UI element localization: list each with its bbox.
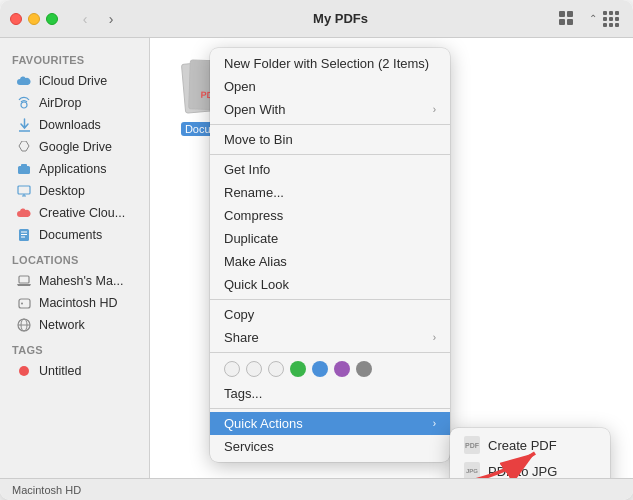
statusbar-text: Macintosh HD bbox=[12, 484, 81, 496]
traffic-lights bbox=[10, 13, 58, 25]
downloads-label: Downloads bbox=[39, 118, 101, 132]
close-button[interactable] bbox=[10, 13, 22, 25]
sidebar-item-google-drive[interactable]: Google Drive bbox=[4, 136, 145, 158]
content-area[interactable]: PDF Document New Folder with Selection (… bbox=[150, 38, 633, 478]
menu-item-get-info[interactable]: Get Info bbox=[210, 158, 450, 181]
window-title: My PDFs bbox=[128, 11, 553, 26]
menu-item-quick-look[interactable]: Quick Look bbox=[210, 273, 450, 296]
svg-rect-11 bbox=[609, 23, 613, 27]
google-drive-icon bbox=[16, 139, 32, 155]
menu-item-move-to-bin[interactable]: Move to Bin bbox=[210, 128, 450, 151]
menu-item-copy[interactable]: Copy bbox=[210, 303, 450, 326]
sidebar-item-icloud-drive[interactable]: iCloud Drive bbox=[4, 70, 145, 92]
menu-separator-1 bbox=[210, 124, 450, 125]
network-label: Network bbox=[39, 318, 85, 332]
menu-separator-3 bbox=[210, 299, 450, 300]
back-button[interactable]: ‹ bbox=[74, 8, 96, 30]
svg-rect-8 bbox=[609, 17, 613, 21]
desktop-icon bbox=[16, 183, 32, 199]
svg-rect-5 bbox=[609, 11, 613, 15]
finder-window: ‹ › My PDFs ⌃ bbox=[0, 0, 633, 500]
applications-label: Applications bbox=[39, 162, 106, 176]
svg-rect-0 bbox=[559, 11, 565, 17]
mahesh-label: Mahesh's Ma... bbox=[39, 274, 123, 288]
svg-rect-2 bbox=[559, 19, 565, 25]
toolbar-right: ⌃ bbox=[559, 11, 623, 27]
svg-point-13 bbox=[21, 102, 27, 108]
tag-dot-grey4[interactable] bbox=[356, 361, 372, 377]
icloud-drive-label: iCloud Drive bbox=[39, 74, 107, 88]
menu-item-services[interactable]: Services bbox=[210, 435, 450, 458]
chevron-right-icon: › bbox=[433, 104, 436, 115]
applications-icon bbox=[16, 161, 32, 177]
creative-cloud-icon bbox=[16, 205, 32, 221]
submenu-item-pdf-to-jpg[interactable]: JPG PDF to JPG bbox=[450, 458, 610, 478]
svg-rect-6 bbox=[615, 11, 619, 15]
tags-row bbox=[210, 356, 450, 382]
sidebar-item-mahesh[interactable]: Mahesh's Ma... bbox=[4, 270, 145, 292]
tag-dot-grey3[interactable] bbox=[268, 361, 284, 377]
svg-rect-25 bbox=[19, 299, 30, 308]
documents-icon bbox=[16, 227, 32, 243]
menu-item-tags[interactable]: Tags... bbox=[210, 382, 450, 405]
network-icon bbox=[16, 317, 32, 333]
quick-actions-chevron-icon: › bbox=[433, 418, 436, 429]
submenu-item-create-pdf[interactable]: PDF Create PDF bbox=[450, 432, 610, 458]
view-grid-button[interactable] bbox=[603, 11, 623, 27]
sidebar-item-applications[interactable]: Applications bbox=[4, 158, 145, 180]
sidebar-item-documents[interactable]: Documents bbox=[4, 224, 145, 246]
tag-dot-green[interactable] bbox=[290, 361, 306, 377]
menu-item-new-folder[interactable]: New Folder with Selection (2 Items) bbox=[210, 52, 450, 75]
svg-rect-9 bbox=[615, 17, 619, 21]
sidebar-item-airdrop[interactable]: AirDrop bbox=[4, 92, 145, 114]
icloud-icon bbox=[16, 73, 32, 89]
desktop-label: Desktop bbox=[39, 184, 85, 198]
forward-button[interactable]: › bbox=[100, 8, 122, 30]
sidebar-item-untitled-tag[interactable]: Untitled bbox=[4, 360, 145, 382]
menu-item-duplicate[interactable]: Duplicate bbox=[210, 227, 450, 250]
svg-rect-16 bbox=[21, 164, 27, 167]
submenu: PDF Create PDF JPG PDF to JPG Customise.… bbox=[450, 428, 610, 478]
svg-point-26 bbox=[21, 302, 23, 304]
pdf-create-icon: PDF bbox=[464, 436, 480, 454]
share-chevron-icon: › bbox=[433, 332, 436, 343]
tag-dot-grey2[interactable] bbox=[246, 361, 262, 377]
svg-rect-4 bbox=[603, 11, 607, 15]
menu-separator-4 bbox=[210, 352, 450, 353]
locations-label: Locations bbox=[0, 246, 149, 270]
downloads-icon bbox=[16, 117, 32, 133]
menu-item-open[interactable]: Open bbox=[210, 75, 450, 98]
fullscreen-button[interactable] bbox=[46, 13, 58, 25]
menu-separator-2 bbox=[210, 154, 450, 155]
menu-item-rename[interactable]: Rename... bbox=[210, 181, 450, 204]
minimize-button[interactable] bbox=[28, 13, 40, 25]
svg-rect-17 bbox=[18, 186, 30, 194]
titlebar: ‹ › My PDFs ⌃ bbox=[0, 0, 633, 38]
sidebar-item-creative-cloud[interactable]: Creative Clou... bbox=[4, 202, 145, 224]
sidebar-item-downloads[interactable]: Downloads bbox=[4, 114, 145, 136]
statusbar: Macintosh HD bbox=[0, 478, 633, 500]
view-toggle[interactable]: ⌃ bbox=[559, 11, 597, 27]
context-menu: New Folder with Selection (2 Items) Open… bbox=[210, 48, 450, 462]
menu-item-compress[interactable]: Compress bbox=[210, 204, 450, 227]
tag-dot-blue[interactable] bbox=[312, 361, 328, 377]
sidebar-item-macintosh-hd[interactable]: Macintosh HD bbox=[4, 292, 145, 314]
menu-item-make-alias[interactable]: Make Alias bbox=[210, 250, 450, 273]
laptop-icon bbox=[16, 273, 32, 289]
tag-color-icon bbox=[16, 363, 32, 379]
sidebar-item-network[interactable]: Network bbox=[4, 314, 145, 336]
tag-dot-purple[interactable] bbox=[334, 361, 350, 377]
svg-rect-15 bbox=[18, 166, 30, 174]
svg-rect-12 bbox=[615, 23, 619, 27]
airdrop-icon bbox=[16, 95, 32, 111]
sidebar-item-desktop[interactable]: Desktop bbox=[4, 180, 145, 202]
svg-rect-3 bbox=[567, 19, 573, 25]
svg-rect-1 bbox=[567, 11, 573, 17]
menu-item-open-with[interactable]: Open With › bbox=[210, 98, 450, 121]
tag-dot-grey1[interactable] bbox=[224, 361, 240, 377]
svg-rect-24 bbox=[19, 276, 29, 283]
hd-icon bbox=[16, 295, 32, 311]
menu-item-quick-actions[interactable]: Quick Actions › bbox=[210, 412, 450, 435]
nav-buttons: ‹ › bbox=[74, 8, 122, 30]
menu-item-share[interactable]: Share › bbox=[210, 326, 450, 349]
